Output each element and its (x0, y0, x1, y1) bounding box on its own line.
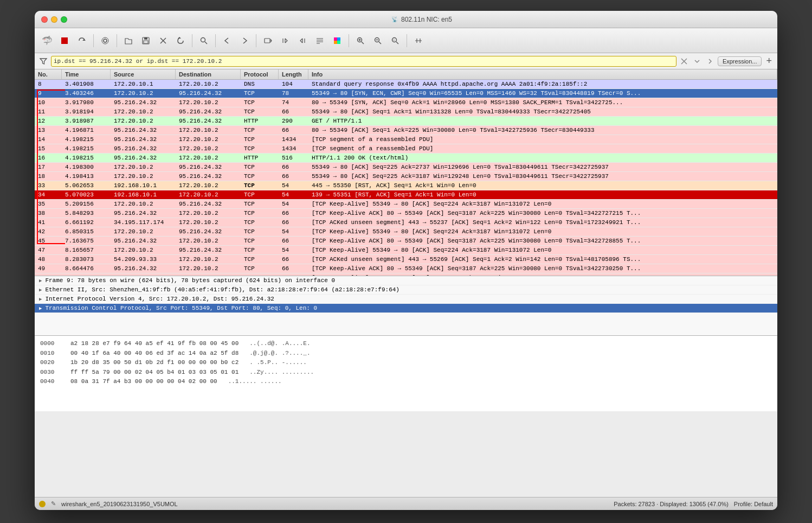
detail-row-tcp[interactable]: ▶ Transmission Control Protocol, Src Por… (35, 304, 777, 313)
table-row[interactable]: 17 4.198300 172.20.10.2 95.216.24.32 TCP… (35, 163, 777, 172)
cell-time: 5.209156 (62, 200, 111, 208)
detail-row-ip[interactable]: ▶ Internet Protocol Version 4, Src: 172.… (35, 295, 777, 304)
back-btn[interactable] (219, 33, 235, 49)
cell-dst: 95.216.24.32 (176, 117, 241, 125)
cell-no: 49 (35, 264, 62, 273)
cell-dst: 95.216.24.32 (176, 273, 241, 276)
table-row[interactable]: 41 6.661192 34.195.117.174 172.20.10.2 T… (35, 218, 777, 227)
cell-info: 55349 → 80 [SYN, ECN, CWR] Seq=0 Win=655… (308, 89, 777, 98)
autoscroll-btn[interactable] (312, 33, 328, 49)
cell-src: 95.216.24.32 (111, 126, 176, 135)
cell-no: 9 (35, 89, 62, 98)
table-row[interactable]: 13 4.196871 95.216.24.32 172.20.10.2 TCP… (35, 126, 777, 135)
filter-input[interactable] (51, 56, 676, 67)
cell-time: 3.918194 (62, 107, 111, 116)
filter-arrow-btn[interactable] (692, 56, 703, 67)
detail-row-frame[interactable]: ▶ Frame 9: 78 bytes on wire (624 bits), … (35, 276, 777, 285)
table-row[interactable]: 48 8.283073 54.209.93.33 172.20.10.2 TCP… (35, 255, 777, 264)
first-packet-btn[interactable] (277, 33, 293, 49)
table-row[interactable]: 47 8.165657 172.20.10.2 95.216.24.32 TCP… (35, 246, 777, 255)
hex-ascii: ..(..d@. .A....E. (249, 339, 310, 349)
cell-proto: HTTP (241, 154, 279, 162)
cell-proto: TCP (241, 107, 279, 116)
table-row[interactable]: 34 5.070023 192.168.10.1 172.20.10.2 TCP… (35, 190, 777, 200)
filter-clear-btn[interactable] (679, 56, 689, 67)
shark-btn[interactable]: 🦈 (39, 33, 55, 49)
table-row[interactable]: 12 3.918987 172.20.10.2 95.216.24.32 HTT… (35, 117, 777, 126)
zoom-reset-btn[interactable]: = (387, 33, 403, 49)
cell-len: 74 (279, 98, 308, 107)
open-file-btn[interactable] (120, 33, 137, 49)
hex-offset: 0000 (40, 339, 60, 349)
table-row[interactable]: 38 5.848293 95.216.24.32 172.20.10.2 TCP… (35, 209, 777, 218)
zoom-out-btn[interactable] (370, 33, 386, 49)
minimize-button[interactable] (51, 16, 57, 23)
table-row[interactable]: 50 9.665836 172.20.10.2 95.216.24.32 TCP… (35, 273, 777, 276)
preferences-btn[interactable] (97, 33, 113, 49)
table-row[interactable]: 11 3.918194 172.20.10.2 95.216.24.32 TCP… (35, 107, 777, 117)
maximize-button[interactable] (61, 16, 67, 23)
hex-dump-pane: 0000 a2 18 28 e7 f9 64 40 a5 ef 41 9f fb… (35, 335, 777, 411)
expression-btn[interactable]: Expression... (718, 56, 762, 66)
forward-btn[interactable] (236, 33, 253, 49)
colorize-btn[interactable] (329, 33, 345, 49)
main-toolbar: 🦈 (35, 28, 777, 53)
table-row[interactable]: 10 3.917980 95.216.24.32 172.20.10.2 TCP… (35, 98, 777, 107)
add-filter-btn[interactable]: + (764, 55, 774, 67)
filter-arrow-right-btn[interactable] (705, 56, 716, 67)
save-file-btn[interactable] (138, 33, 154, 49)
packet-list-body[interactable]: 8 3.401908 172.20.10.1 172.20.10.2 DNS 1… (35, 80, 777, 276)
cell-src: 172.20.10.2 (111, 200, 176, 208)
close-button[interactable] (41, 16, 48, 23)
cell-src: 95.216.24.32 (111, 154, 176, 162)
cell-src: 95.216.24.32 (111, 144, 176, 153)
table-row[interactable]: 8 3.401908 172.20.10.1 172.20.10.2 DNS 1… (35, 80, 777, 89)
goto-btn[interactable] (260, 33, 276, 49)
table-row[interactable]: 45 7.163675 95.216.24.32 172.20.10.2 TCP… (35, 237, 777, 246)
last-packet-btn[interactable] (294, 33, 311, 49)
expand-arrow-frame: ▶ (39, 278, 42, 284)
resize-columns-btn[interactable] (410, 33, 427, 49)
table-row[interactable]: 49 8.664476 95.216.24.32 172.20.10.2 TCP… (35, 264, 777, 273)
hex-line: 0020 1b 20 d8 35 00 50 d1 0b 2d f1 00 00… (40, 358, 772, 368)
cell-no: 10 (35, 98, 62, 107)
svg-text:=: = (393, 39, 395, 42)
stop-capture-btn[interactable] (56, 33, 73, 49)
hex-ascii: .@.j@.@. .?...._. (249, 349, 310, 359)
reload-btn[interactable] (172, 33, 189, 49)
cell-time: 4.198215 (62, 154, 111, 162)
hex-line: 0000 a2 18 28 e7 f9 64 40 a5 ef 41 9f fb… (40, 339, 772, 349)
zoom-in-btn[interactable] (352, 33, 369, 49)
svg-point-3 (102, 37, 108, 44)
cell-len: 54 (279, 190, 308, 199)
cell-len: 66 (279, 237, 308, 245)
table-row[interactable]: 18 4.198413 172.20.10.2 95.216.24.32 TCP… (35, 172, 777, 181)
cell-len: 66 (279, 255, 308, 264)
table-row[interactable]: 42 6.850315 172.20.10.2 95.216.24.32 TCP… (35, 227, 777, 237)
table-row[interactable]: 33 5.062653 192.168.10.1 172.20.10.2 TCP… (35, 181, 777, 190)
table-row[interactable]: 15 4.198215 95.216.24.32 172.20.10.2 TCP… (35, 144, 777, 154)
cell-no: 16 (35, 154, 62, 162)
cell-proto: TCP (241, 144, 279, 153)
sep7 (407, 34, 407, 47)
detail-row-ethernet[interactable]: ▶ Ethernet II, Src: Shenzhen_41:9f:fb (4… (35, 285, 777, 295)
cell-dst: 172.20.10.2 (176, 154, 241, 162)
close-file-btn[interactable] (155, 33, 171, 49)
cell-info: [TCP segment of a reassembled PDU] (308, 144, 777, 153)
col-time: Time (62, 69, 111, 79)
sep6 (349, 34, 349, 47)
cell-dst: 172.20.10.2 (176, 255, 241, 264)
table-row[interactable]: 9 3.403246 172.20.10.2 95.216.24.32 TCP … (35, 89, 777, 98)
restart-capture-btn[interactable] (74, 33, 90, 49)
cell-proto: TCP (241, 126, 279, 135)
cell-dst: 172.20.10.2 (176, 135, 241, 144)
cell-proto: TCP (241, 264, 279, 273)
cell-src: 95.216.24.32 (111, 237, 176, 245)
table-row[interactable]: 14 4.198215 95.216.24.32 172.20.10.2 TCP… (35, 135, 777, 144)
find-btn[interactable] (196, 33, 212, 49)
cell-no: 12 (35, 117, 62, 125)
table-row[interactable]: 16 4.198215 95.216.24.32 172.20.10.2 HTT… (35, 154, 777, 163)
svg-marker-9 (178, 37, 181, 39)
cell-proto: TCP (241, 237, 279, 245)
table-row[interactable]: 35 5.209156 172.20.10.2 95.216.24.32 TCP… (35, 200, 777, 209)
